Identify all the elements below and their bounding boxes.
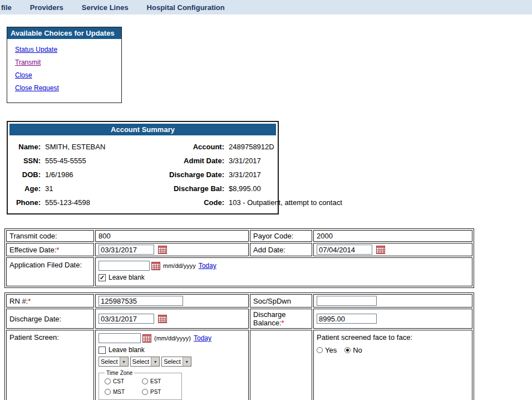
calendar-icon[interactable] xyxy=(151,262,160,270)
radio-screened-no[interactable] xyxy=(344,347,351,353)
date-format-hint: mm/dd/yyyy xyxy=(163,262,196,269)
leave-blank-label: Leave blank xyxy=(109,274,145,281)
application-filed-date-input[interactable] xyxy=(98,261,150,271)
today-link[interactable]: Today xyxy=(199,262,216,270)
summary-row: DOB: 1/6/1986 Discharge Date: 3/31/2017 xyxy=(9,168,276,182)
radio-screened-yes[interactable] xyxy=(317,347,323,353)
timezone-option-cst[interactable]: CST xyxy=(105,378,142,384)
radio-cst[interactable] xyxy=(105,378,111,384)
patient-form-table: RN #:* Soc/SpDwn Discharge Date: Dischar… xyxy=(4,292,474,400)
screened-option-no[interactable]: No xyxy=(344,346,362,354)
summary-label: Admit Date: xyxy=(141,157,224,165)
select-value: Select xyxy=(131,357,151,366)
required-marker: * xyxy=(282,319,284,327)
radio-mst[interactable] xyxy=(105,389,111,395)
screened-option-yes[interactable]: Yes xyxy=(317,346,337,354)
summary-label: Discharge Date: xyxy=(141,170,224,179)
top-navbar: file Providers Service Lines Hospital Co… xyxy=(0,0,532,14)
summary-value: $8,995.00 xyxy=(228,184,276,193)
transmit-code-value: 800 xyxy=(95,230,249,242)
transmit-form-table: Transmit code: 800 Payor Code: 2000 Effe… xyxy=(4,228,474,288)
time-zone-legend: Time Zone xyxy=(105,370,134,376)
time-zone-fieldset: Time Zone CST EST MST PST xyxy=(98,370,182,400)
radio-est[interactable] xyxy=(142,378,148,384)
summary-value: 2489758912D xyxy=(228,143,276,151)
select-dropdown-1[interactable]: Select ▼ xyxy=(98,357,129,367)
add-date-label: Add Date: xyxy=(250,243,312,256)
available-choices-title: Available Choices for Updates xyxy=(7,27,121,39)
application-filed-date-label: Application Filed Date: xyxy=(6,257,94,286)
summary-row: Phone: 555-123-4598 Code: 103 - Outpatie… xyxy=(9,196,276,209)
timezone-option-pst[interactable]: PST xyxy=(142,389,179,395)
link-close[interactable]: Close xyxy=(15,71,121,80)
available-choices-panel: Available Choices for Updates Status Upd… xyxy=(7,27,122,103)
nav-item-service-lines[interactable]: Service Lines xyxy=(82,3,129,12)
empty-cell xyxy=(250,330,312,400)
summary-label: Age: xyxy=(9,184,41,193)
discharge-date-label: Discharge Date: xyxy=(6,309,94,329)
account-summary-title: Account Summary xyxy=(9,124,276,135)
discharge-date-input[interactable] xyxy=(98,314,154,324)
summary-label: Discharge Bal: xyxy=(141,184,224,193)
leave-blank-label: Leave blank xyxy=(109,346,145,354)
timezone-option-mst[interactable]: MST xyxy=(105,389,142,395)
leave-blank-checkbox[interactable]: ✓ xyxy=(98,347,106,354)
summary-label: Account: xyxy=(141,143,224,151)
summary-value: 103 - Outpatient, attempt to contact xyxy=(228,198,342,207)
account-summary-panel: Account Summary Name: SMITH, ESTEBAN Acc… xyxy=(7,121,279,214)
summary-row: Age: 31 Discharge Bal: $8,995.00 xyxy=(9,182,276,196)
add-date-input[interactable] xyxy=(317,245,372,255)
chevron-down-icon: ▼ xyxy=(120,357,128,366)
summary-label: Name: xyxy=(9,143,41,151)
leave-blank-checkbox[interactable]: ✓ xyxy=(98,274,106,281)
calendar-icon[interactable] xyxy=(158,246,167,254)
select-value: Select xyxy=(162,357,183,366)
soc-spdwn-label: Soc/SpDwn xyxy=(250,294,312,308)
summary-row: SSN: 555-45-5555 Admit Date: 3/31/2017 xyxy=(9,154,276,168)
summary-value: 3/31/2017 xyxy=(228,157,276,165)
summary-value: 555-45-5555 xyxy=(44,157,137,165)
account-summary-body: Name: SMITH, ESTEBAN Account: 2489758912… xyxy=(9,135,276,212)
link-close-request[interactable]: Close Request xyxy=(15,84,121,92)
link-transmit[interactable]: Transmit xyxy=(15,58,121,67)
calendar-icon[interactable] xyxy=(158,315,167,323)
rn-number-input[interactable] xyxy=(98,296,183,306)
nav-item-providers[interactable]: Providers xyxy=(30,3,63,12)
discharge-balance-input[interactable] xyxy=(317,314,377,324)
calendar-icon[interactable] xyxy=(376,246,385,254)
effective-date-input[interactable] xyxy=(98,245,154,255)
chevron-down-icon: ▼ xyxy=(183,357,191,366)
checkmark-icon: ✓ xyxy=(100,274,105,281)
select-dropdown-3[interactable]: Select ▼ xyxy=(161,357,191,367)
timezone-option-est[interactable]: EST xyxy=(142,378,179,384)
patient-screen-date-input[interactable] xyxy=(98,333,141,343)
calendar-icon[interactable] xyxy=(142,334,151,343)
nav-item-file[interactable]: file xyxy=(1,3,12,12)
payor-code-value: 2000 xyxy=(313,230,472,242)
summary-value: 3/31/2017 xyxy=(228,170,276,179)
rn-label: RN #:* xyxy=(6,294,94,308)
select-dropdown-2[interactable]: Select ▼ xyxy=(130,357,160,367)
screened-face-to-face-label: Patient screened face to face: xyxy=(317,333,469,342)
available-choices-links: Status Update Transmit Close Close Reque… xyxy=(7,39,121,103)
summary-label: SSN: xyxy=(9,157,41,165)
summary-value: 1/6/1986 xyxy=(44,170,137,179)
summary-value: 555-123-4598 xyxy=(44,198,137,207)
transmit-code-label: Transmit code: xyxy=(6,230,94,242)
summary-label: DOB: xyxy=(9,170,41,179)
effective-date-label: Effective Date:* xyxy=(6,243,94,256)
nav-item-hospital-configuration[interactable]: Hospital Configuration xyxy=(147,3,225,12)
soc-spdwn-input[interactable] xyxy=(317,296,377,306)
chevron-down-icon: ▼ xyxy=(151,357,159,366)
patient-screen-label: Patient Screen: xyxy=(6,330,94,400)
summary-row: Name: SMITH, ESTEBAN Account: 2489758912… xyxy=(9,140,276,154)
required-marker: * xyxy=(56,246,59,254)
summary-label: Code: xyxy=(141,198,224,207)
required-marker: * xyxy=(28,297,31,305)
discharge-balance-label: Discharge Balance:* xyxy=(250,309,312,329)
radio-pst[interactable] xyxy=(142,389,148,395)
today-link[interactable]: Today xyxy=(194,334,211,342)
link-status-update[interactable]: Status Update xyxy=(15,46,121,54)
select-value: Select xyxy=(99,357,120,366)
summary-value: 31 xyxy=(44,184,137,193)
